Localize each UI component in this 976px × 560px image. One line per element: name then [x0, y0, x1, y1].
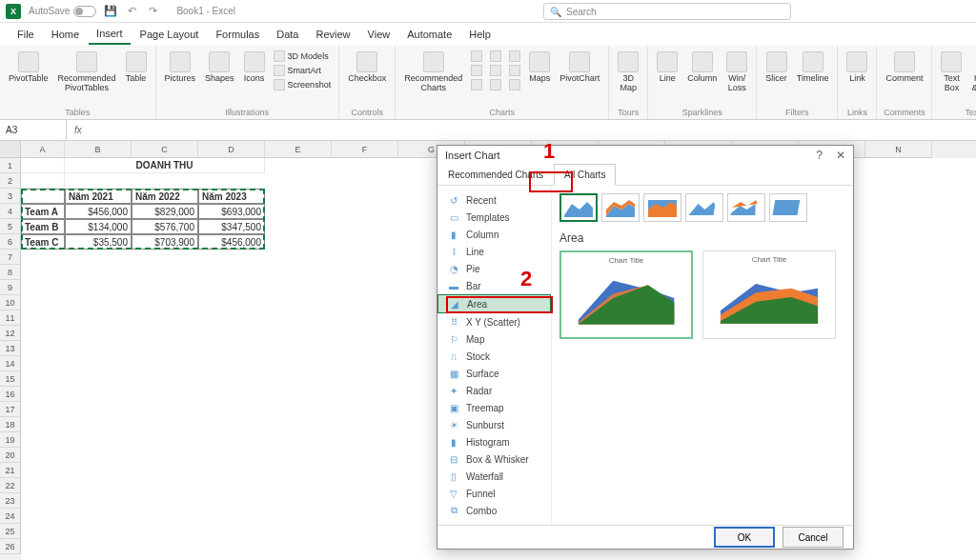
row-header[interactable]: 11 [0, 310, 21, 326]
chart-type-histogram[interactable]: ▮Histogram [437, 433, 551, 450]
col-header[interactable]: F [332, 141, 398, 158]
cell-title[interactable]: DOANH THU [65, 158, 265, 173]
chart-type-pie[interactable]: ◔Pie [437, 260, 551, 277]
chart-type-scatter[interactable]: ⠿X Y (Scatter) [437, 313, 551, 330]
row-header[interactable]: 15 [0, 371, 21, 387]
row-header[interactable]: 8 [0, 265, 21, 280]
col-header[interactable]: B [65, 141, 132, 158]
cell[interactable]: Năm 2022 [132, 189, 198, 204]
header-footer-button[interactable]: Header & Footer [968, 50, 976, 95]
link-button[interactable]: Link [844, 50, 870, 86]
pictures-button[interactable]: Pictures [162, 50, 199, 86]
chart-small-1[interactable] [469, 50, 484, 63]
chart-type-waterfall[interactable]: ▯Waterfall [437, 468, 551, 485]
row-header[interactable]: 6 [0, 234, 21, 250]
pivottable-button[interactable]: PivotTable [6, 50, 51, 86]
chart-type-treemap[interactable]: ▣Treemap [437, 399, 551, 416]
table-button[interactable]: Table [123, 50, 150, 86]
icons-button[interactable]: Icons [241, 50, 268, 86]
cell[interactable]: $829,000 [132, 204, 198, 219]
col-header[interactable]: D [198, 141, 265, 158]
cell[interactable]: $35,500 [65, 234, 132, 250]
cell[interactable]: Năm 2023 [198, 189, 265, 204]
col-header[interactable]: N [865, 141, 932, 158]
cell[interactable]: $456,000 [65, 204, 132, 219]
row-header[interactable]: 23 [0, 493, 21, 509]
chart-small-4[interactable] [488, 50, 503, 63]
slicer-button[interactable]: Slicer [762, 50, 790, 86]
timeline-button[interactable]: Timeline [794, 50, 832, 86]
chart-type-recent[interactable]: ↺Recent [437, 191, 551, 209]
name-box[interactable]: A3 [0, 120, 67, 140]
tab-review[interactable]: Review [308, 25, 357, 44]
cell[interactable]: Team C [21, 234, 65, 250]
redo-icon[interactable]: ↷ [146, 5, 159, 18]
row-header[interactable]: 24 [0, 509, 21, 524]
fx-label[interactable]: fx [67, 125, 90, 135]
chart-type-combo[interactable]: ⧉Combo [437, 502, 551, 519]
ok-button[interactable]: OK [714, 527, 775, 548]
screenshot-button[interactable]: Screenshot [272, 78, 334, 91]
search-input[interactable]: 🔍 Search [543, 3, 791, 20]
chart-type-stock[interactable]: ⎍Stock [437, 348, 551, 365]
tab-data[interactable]: Data [269, 25, 306, 44]
area-subtype-6[interactable] [769, 193, 807, 222]
area-subtype-1[interactable] [559, 193, 598, 222]
chart-preview-1[interactable]: Chart Title [559, 250, 693, 339]
tab-all-charts[interactable]: All Charts [554, 164, 616, 186]
chart-type-radar[interactable]: ✦Radar [437, 382, 551, 399]
area-subtype-3[interactable] [643, 193, 681, 222]
cell[interactable]: $576,700 [132, 219, 198, 234]
row-header[interactable]: 1 [0, 158, 21, 173]
row-header[interactable]: 17 [0, 402, 21, 417]
row-header[interactable]: 25 [0, 524, 21, 539]
smartart-button[interactable]: SmartArt [272, 64, 334, 77]
cell[interactable]: $134,000 [65, 219, 132, 234]
chart-type-column[interactable]: ▮Column [437, 226, 551, 243]
area-subtype-2[interactable] [601, 193, 640, 222]
row-header[interactable]: 9 [0, 280, 21, 295]
chart-type-line[interactable]: ⌇Line [437, 243, 551, 260]
cell[interactable]: Team A [21, 204, 65, 219]
row-header[interactable]: 19 [0, 432, 21, 448]
chart-type-funnel[interactable]: ▽Funnel [437, 485, 551, 502]
3d-models-button[interactable]: 3D Models [272, 50, 334, 63]
tab-file[interactable]: File [10, 25, 42, 44]
area-subtype-4[interactable] [685, 193, 723, 222]
spark-column-button[interactable]: Column [684, 50, 720, 86]
chart-small-8[interactable] [507, 64, 522, 77]
col-header[interactable]: C [132, 141, 198, 158]
close-icon[interactable]: ✕ [836, 149, 845, 162]
save-icon[interactable]: 💾 [104, 5, 117, 18]
cell[interactable]: Team B [21, 219, 65, 234]
tab-help[interactable]: Help [461, 25, 498, 44]
tab-insert[interactable]: Insert [89, 24, 131, 45]
spark-winloss-button[interactable]: Win/ Loss [723, 50, 750, 95]
tab-formulas[interactable]: Formulas [208, 25, 267, 44]
recommended-pivottables-button[interactable]: Recommended PivotTables [55, 50, 119, 95]
help-icon[interactable]: ? [816, 149, 823, 162]
row-header[interactable]: 20 [0, 448, 21, 463]
recommended-charts-button[interactable]: Recommended Charts [401, 50, 465, 95]
row-header[interactable]: 7 [0, 250, 21, 265]
area-subtype-5[interactable] [727, 193, 765, 222]
maps-button[interactable]: Maps [526, 50, 553, 86]
chart-small-5[interactable] [488, 64, 503, 77]
chart-small-2[interactable] [469, 64, 484, 77]
row-header[interactable]: 4 [0, 204, 21, 219]
cell[interactable]: $703,900 [132, 234, 198, 250]
tab-home[interactable]: Home [44, 25, 87, 44]
row-header[interactable]: 2 [0, 173, 21, 189]
toggle-icon[interactable] [73, 6, 96, 17]
row-header[interactable]: 14 [0, 356, 21, 371]
row-header[interactable]: 10 [0, 295, 21, 310]
3dmap-button[interactable]: 3D Map [615, 50, 641, 95]
tab-recommended-charts[interactable]: Recommended Charts [437, 164, 554, 186]
row-header[interactable]: 18 [0, 417, 21, 432]
row-header[interactable]: 3 [0, 189, 21, 204]
row-header[interactable]: 26 [0, 539, 21, 554]
tab-view[interactable]: View [360, 25, 398, 44]
chart-small-3[interactable] [469, 78, 484, 91]
pivotchart-button[interactable]: PivotChart [557, 50, 602, 86]
row-header[interactable]: 21 [0, 463, 21, 478]
